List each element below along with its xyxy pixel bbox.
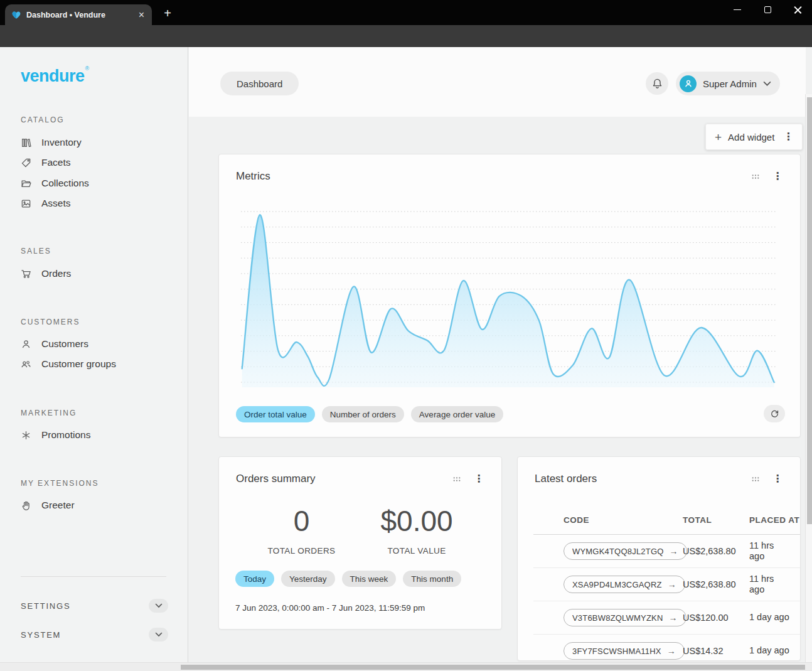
order-placed-at: 11 hrs ago (749, 540, 789, 562)
user-menu[interactable]: Super Admin (676, 72, 780, 95)
section-label-marketing: MARKETING (21, 409, 77, 417)
favicon-vendure-icon (11, 10, 21, 19)
sidebar-item-orders[interactable]: Orders (21, 264, 71, 283)
stat-value: 0 (267, 504, 335, 538)
tag-icon (21, 158, 31, 168)
user-icon (21, 339, 31, 350)
column-header-code: CODE (564, 515, 683, 525)
chevron-down-icon[interactable] (149, 628, 168, 641)
order-placed-at: 1 day ago (749, 645, 789, 656)
metrics-widget: Metrics ⋮ (218, 154, 801, 437)
range-tab-today[interactable]: Today (235, 571, 274, 587)
user-name: Super Admin (703, 78, 757, 89)
sidebar-item-inventory[interactable]: Inventory (21, 133, 82, 152)
window-maximize-button[interactable] (762, 4, 773, 16)
kebab-menu-icon[interactable]: ⋮ (770, 474, 785, 484)
stat-value: $0.00 (380, 504, 452, 538)
image-icon (21, 198, 31, 209)
asterisk-icon (21, 430, 31, 441)
table-row: 3FY7FSCWSHMA11HX→ US$14.32 1 day ago (533, 635, 801, 661)
kebab-menu-icon[interactable]: ⋮ (471, 474, 486, 484)
horizontal-scrollbar-thumb[interactable] (181, 665, 805, 670)
drag-handle-icon[interactable] (452, 475, 461, 483)
cart-icon (21, 269, 31, 279)
new-tab-button[interactable]: + (161, 6, 174, 20)
range-tab-this-week[interactable]: This week (342, 571, 397, 587)
drag-handle-icon[interactable] (751, 475, 760, 483)
arrow-right-icon: → (669, 613, 678, 623)
vendure-logo[interactable]: vendure® (21, 65, 89, 86)
sidebar-item-assets[interactable]: Assets (21, 194, 71, 213)
order-link[interactable]: WYMGK4TQQ8JL2TGQ→ (564, 542, 687, 560)
order-total: US$2,638.80 (683, 579, 749, 589)
main-header: Dashboard Super Admin (189, 47, 806, 117)
refresh-icon (770, 409, 779, 419)
drag-handle-icon[interactable] (751, 173, 760, 181)
users-icon (21, 359, 31, 370)
window-close-button[interactable] (792, 4, 803, 16)
plus-icon: + (715, 131, 722, 143)
refresh-button[interactable] (764, 405, 785, 422)
section-label-catalog: CATALOG (21, 115, 65, 124)
stat-label: TOTAL VALUE (380, 546, 452, 556)
chevron-down-icon[interactable] (149, 599, 168, 613)
vertical-scrollbar (805, 94, 812, 671)
metric-tab-order-total-value[interactable]: Order total value (236, 406, 315, 422)
order-placed-at: 1 day ago (749, 612, 789, 623)
orders-summary-widget: Orders summary ⋮ 0 TOTAL ORDERS $0.00 TO… (218, 456, 502, 630)
stat-label: TOTAL ORDERS (267, 546, 335, 556)
stat-total-orders: 0 TOTAL ORDERS (267, 504, 335, 556)
arrow-right-icon: → (667, 646, 676, 656)
table-row: XSA9PD4LM3CGAQRZ→ US$2,638.80 11 hrs ago (533, 568, 801, 601)
vertical-scrollbar-thumb[interactable] (807, 97, 812, 524)
hand-icon (21, 500, 31, 511)
range-tab-this-month[interactable]: This month (403, 571, 461, 587)
sidebar-item-customers[interactable]: Customers (21, 335, 88, 353)
order-total: US$2,638.80 (683, 546, 749, 556)
kebab-menu-icon[interactable]: ⋮ (770, 171, 785, 181)
horizontal-scrollbar (0, 662, 812, 671)
stat-total-value: $0.00 TOTAL VALUE (380, 504, 452, 556)
metric-tab-number-of-orders[interactable]: Number of orders (322, 406, 404, 422)
widget-title: Latest orders (535, 473, 751, 485)
order-link[interactable]: XSA9PD4LM3CGAQRZ→ (564, 576, 685, 593)
add-widget-button[interactable]: + Add widget ⋮ (705, 124, 803, 150)
library-icon (21, 137, 31, 148)
chevron-down-icon (763, 81, 771, 87)
order-link[interactable]: 3FY7FSCWSHMA11HX→ (564, 642, 685, 660)
sidebar-divider (21, 576, 166, 577)
latest-orders-table: CODE TOTAL PLACED AT WYMGK4TQQ8JL2TGQ→ U… (533, 506, 801, 661)
order-placed-at: 11 hrs ago (749, 574, 789, 595)
order-total: US$14.32 (683, 646, 749, 656)
range-tab-yesterday[interactable]: Yesterday (281, 571, 335, 587)
section-label-sales: SALES (21, 247, 51, 255)
sidebar-item-customer-groups[interactable]: Customer groups (21, 355, 116, 373)
tab-title: Dashboard • Vendure (26, 11, 132, 19)
widget-title: Metrics (236, 170, 751, 183)
notifications-button[interactable] (646, 72, 668, 95)
browser-tab[interactable]: Dashboard • Vendure × (5, 4, 152, 25)
window-minimize-button[interactable] (732, 4, 743, 16)
sidebar-item-facets[interactable]: Facets (21, 153, 71, 172)
sidebar-item-collections[interactable]: Collections (21, 174, 89, 193)
sidebar: vendure® CATALOG Inventory Facets Collec… (0, 47, 188, 671)
sidebar-item-promotions[interactable]: Promotions (21, 426, 90, 444)
sidebar-group-system[interactable]: SYSTEM (21, 626, 168, 643)
order-link[interactable]: V3T6BW8ZQLWMYZKN→ (564, 609, 686, 626)
section-label-customers: CUSTOMERS (21, 318, 80, 326)
sidebar-group-settings[interactable]: SETTINGS (21, 598, 168, 614)
logo-trademark: ® (85, 65, 89, 72)
kebab-menu-icon[interactable]: ⋮ (781, 132, 796, 142)
breadcrumb[interactable]: Dashboard (220, 72, 299, 95)
browser-titlebar: Dashboard • Vendure × + (0, 0, 812, 25)
tab-close-icon[interactable]: × (137, 10, 146, 20)
date-range-text: 7 Jun 2023, 0:00:00 am - 7 Jun 2023, 11:… (235, 603, 425, 613)
admin-page: vendure® CATALOG Inventory Facets Collec… (0, 47, 812, 671)
column-header-placed-at: PLACED AT (749, 515, 789, 525)
sidebar-item-greeter[interactable]: Greeter (21, 496, 75, 515)
folder-icon (21, 178, 31, 189)
table-row: V3T6BW8ZQLWMYZKN→ US$120.00 1 day ago (533, 601, 801, 635)
table-row: WYMGK4TQQ8JL2TGQ→ US$2,638.80 11 hrs ago (533, 535, 801, 568)
metric-tab-average-order-value[interactable]: Average order value (411, 406, 503, 422)
metrics-chart (241, 208, 776, 391)
